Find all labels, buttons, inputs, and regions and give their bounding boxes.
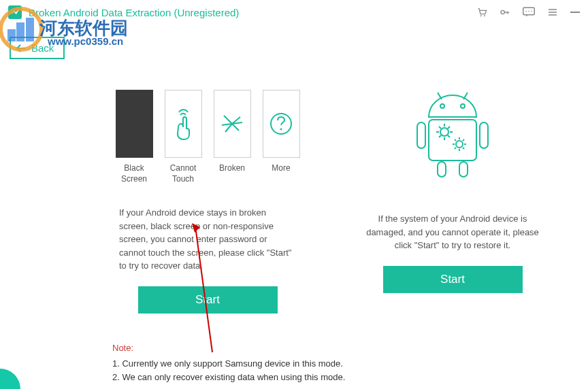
option-broken[interactable]: Broken xyxy=(212,90,252,184)
option-black-screen[interactable]: Black Screen xyxy=(114,90,154,184)
more-icon xyxy=(263,90,300,158)
android-gear-icon xyxy=(405,90,500,178)
svg-rect-16 xyxy=(480,122,488,148)
right-panel: If the system of your Android device is … xyxy=(350,90,555,314)
back-arrow-icon xyxy=(16,44,26,52)
option-label: Black Screen xyxy=(114,163,154,184)
svg-rect-14 xyxy=(429,120,476,160)
option-label: Cannot Touch xyxy=(163,163,203,184)
left-description: If your Android device stays in broken s… xyxy=(119,206,296,273)
left-start-button[interactable]: Start xyxy=(138,286,278,314)
svg-point-19 xyxy=(440,128,448,136)
options-row: Black Screen Cannot Touch Broken More xyxy=(114,90,301,184)
svg-rect-15 xyxy=(417,122,425,148)
note-header: Note: xyxy=(112,343,345,353)
right-start-button[interactable]: Start xyxy=(383,266,523,293)
left-panel: Black Screen Cannot Touch Broken More xyxy=(105,90,310,314)
feedback-icon[interactable] xyxy=(523,7,535,18)
svg-rect-18 xyxy=(459,162,468,177)
key-icon[interactable] xyxy=(500,7,510,18)
right-description: If the system of your Android device is … xyxy=(361,212,544,252)
touch-icon xyxy=(165,90,202,158)
svg-point-10 xyxy=(440,104,444,108)
back-label: Back xyxy=(31,42,54,54)
svg-point-6 xyxy=(528,11,529,12)
corner-decoration xyxy=(0,369,20,389)
option-more[interactable]: More xyxy=(261,90,301,184)
svg-point-7 xyxy=(531,11,532,12)
back-button[interactable]: Back xyxy=(10,37,65,59)
titlebar: Broken Android Data Extraction (Unregist… xyxy=(0,0,588,24)
svg-point-20 xyxy=(456,141,463,148)
svg-point-1 xyxy=(480,15,482,16)
svg-point-5 xyxy=(526,11,527,12)
cart-icon[interactable] xyxy=(476,7,487,18)
note-line-1: 1. Currently we only support Samsung dev… xyxy=(112,357,345,371)
svg-point-3 xyxy=(501,10,504,14)
svg-rect-17 xyxy=(438,162,446,177)
option-cannot-touch[interactable]: Cannot Touch xyxy=(163,90,203,184)
option-label: Broken xyxy=(219,163,245,174)
menu-icon[interactable] xyxy=(547,7,558,18)
minimize-icon[interactable] xyxy=(570,12,580,13)
option-label: More xyxy=(272,163,290,174)
svg-point-11 xyxy=(461,104,465,108)
main-content: Black Screen Cannot Touch Broken More xyxy=(0,24,588,314)
svg-point-2 xyxy=(484,15,485,16)
note-line-2: 2. We can only recover existing data whe… xyxy=(112,371,345,384)
notes-section: Note: 1. Currently we only support Samsu… xyxy=(112,343,345,384)
app-title: Broken Android Data Extraction (Unregist… xyxy=(29,7,476,18)
svg-point-9 xyxy=(280,129,282,131)
broken-icon xyxy=(214,90,251,158)
app-icon xyxy=(8,5,22,19)
black-screen-icon xyxy=(116,90,153,158)
